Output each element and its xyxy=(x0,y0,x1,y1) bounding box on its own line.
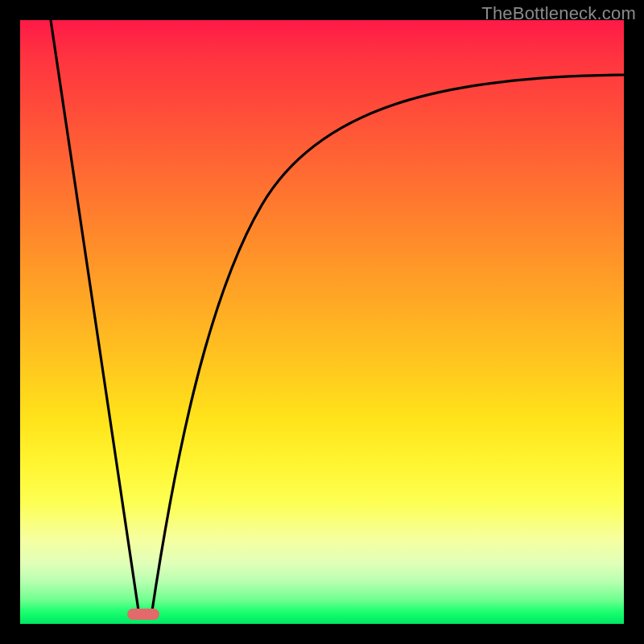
bottleneck-curve xyxy=(20,20,624,624)
minimum-marker xyxy=(127,609,159,620)
curve-right-branch xyxy=(151,75,624,616)
chart-frame: TheBottleneck.com xyxy=(0,0,644,644)
curve-left-branch xyxy=(51,20,139,616)
watermark-text: TheBottleneck.com xyxy=(481,3,636,24)
plot-area xyxy=(20,20,624,624)
